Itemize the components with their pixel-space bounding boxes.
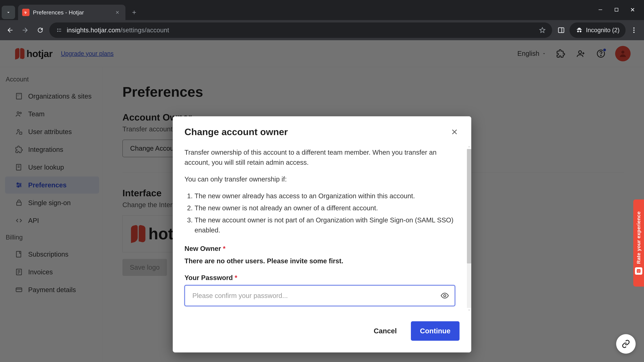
svg-rect-3 <box>59 29 61 29</box>
scroll-down-arrow-icon[interactable] <box>467 308 471 312</box>
modal-close-button[interactable] <box>450 127 460 137</box>
feedback-tab[interactable]: Rate your experience <box>633 199 644 287</box>
svg-point-10 <box>633 32 634 33</box>
svg-point-4 <box>57 31 58 32</box>
window-close-button[interactable] <box>628 5 637 14</box>
modal-title: Change account owner <box>184 126 288 137</box>
svg-rect-1 <box>615 8 618 11</box>
modal-intro: Transfer ownership of this account to a … <box>184 147 455 167</box>
url-text: insights.hotjar.com/settings/account <box>67 27 169 34</box>
svg-rect-5 <box>59 31 61 31</box>
site-info-icon[interactable] <box>55 26 63 34</box>
browser-titlebar: Preferences - Hotjar <box>0 0 644 20</box>
modal-rule-1: The new owner already has access to an O… <box>194 191 455 201</box>
continue-button[interactable]: Continue <box>411 321 460 341</box>
modal-rule-3: The new account owner is not part of an … <box>194 215 455 235</box>
tab-close-button[interactable] <box>114 9 121 16</box>
modal-scrollbar[interactable] <box>467 144 471 313</box>
svg-rect-45 <box>637 269 641 273</box>
tab-strip: Preferences - Hotjar <box>0 0 596 20</box>
tab-search-dropdown[interactable] <box>2 6 15 19</box>
tab-title: Preferences - Hotjar <box>33 9 111 16</box>
password-input[interactable] <box>184 285 455 306</box>
svg-rect-6 <box>558 28 564 32</box>
bookmark-star-icon[interactable] <box>539 26 546 34</box>
svg-point-46 <box>638 270 638 271</box>
window-controls <box>596 0 644 14</box>
app-viewport: hotjar Upgrade your plans English Accoun… <box>0 40 644 362</box>
nav-reload-button[interactable] <box>34 24 46 36</box>
browser-tab-active[interactable]: Preferences - Hotjar <box>18 5 126 20</box>
address-bar[interactable]: insights.hotjar.com/settings/account <box>49 22 552 38</box>
link-fab-button[interactable] <box>616 334 636 354</box>
scroll-up-arrow-icon[interactable] <box>467 145 471 149</box>
feedback-label: Rate your experience <box>636 211 642 264</box>
password-label: Your Password * <box>184 273 455 283</box>
browser-menu-button[interactable] <box>628 24 640 36</box>
window-minimize-button[interactable] <box>596 5 605 14</box>
nav-forward-button[interactable] <box>19 24 31 36</box>
modal-body: Transfer ownership of this account to a … <box>173 144 467 313</box>
no-users-message: There are no other users. Please invite … <box>184 256 455 266</box>
nav-back-button[interactable] <box>4 24 16 36</box>
svg-point-8 <box>633 27 634 29</box>
panel-toggle-icon[interactable] <box>555 24 567 36</box>
modal-rule-2: The new owner is not already an owner of… <box>194 203 455 213</box>
svg-point-2 <box>57 29 58 30</box>
svg-point-47 <box>639 270 640 271</box>
incognito-indicator[interactable]: Incognito (2) <box>570 22 626 38</box>
browser-toolbar: insights.hotjar.com/settings/account Inc… <box>0 20 644 40</box>
incognito-label: Incognito (2) <box>586 27 620 34</box>
svg-point-9 <box>633 29 634 31</box>
modal-rules-list: The new owner already has access to an O… <box>184 191 455 235</box>
svg-point-44 <box>444 295 446 297</box>
new-tab-button[interactable] <box>128 6 140 18</box>
change-owner-modal: Change account owner Transfer ownership … <box>173 116 471 353</box>
feedback-face-icon <box>635 267 642 275</box>
cancel-button[interactable]: Cancel <box>364 321 406 341</box>
modal-footer: Cancel Continue <box>173 313 471 353</box>
tab-favicon <box>22 9 30 16</box>
password-visibility-toggle[interactable] <box>440 291 449 300</box>
window-maximize-button[interactable] <box>612 5 621 14</box>
modal-rules-lead: You can only transfer ownership if: <box>184 174 455 184</box>
new-owner-label: New Owner * <box>184 244 455 254</box>
